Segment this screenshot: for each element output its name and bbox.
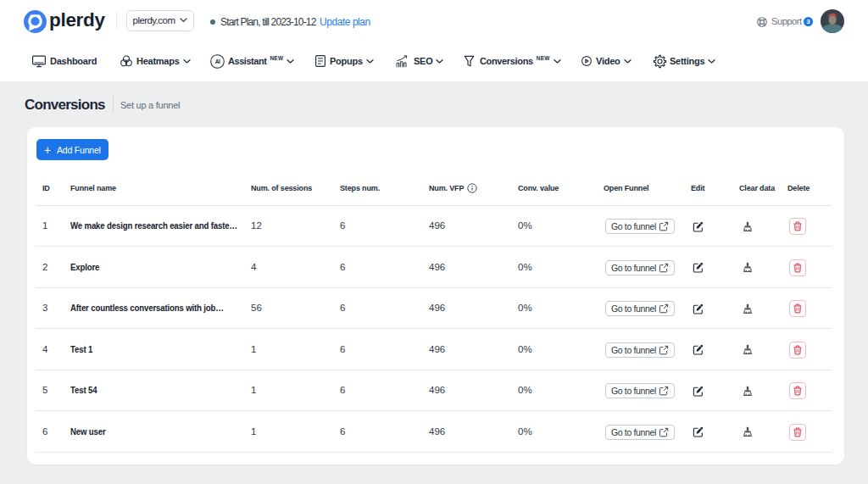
- svg-text:AI: AI: [215, 58, 220, 64]
